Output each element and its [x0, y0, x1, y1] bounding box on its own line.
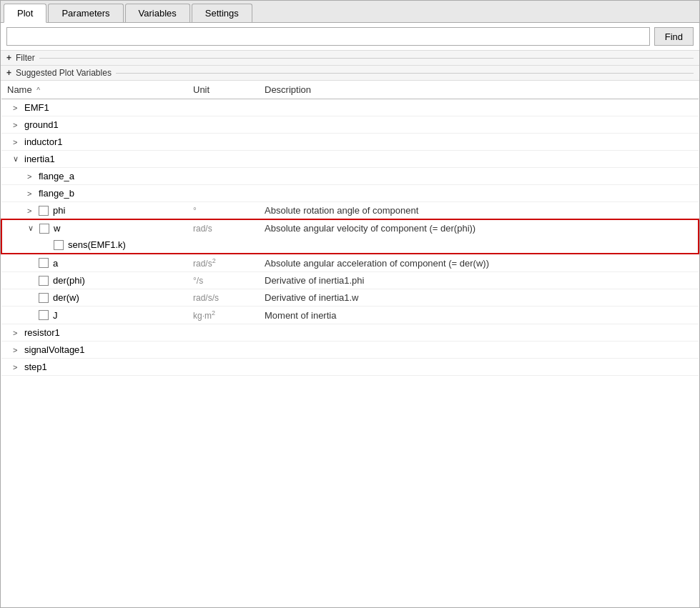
row-desc-cell: Absolute angular acceleration of compone… [259, 254, 699, 272]
filter-line [39, 58, 694, 59]
expand-arrow-icon[interactable]: > [13, 138, 21, 146]
tab-bar: Plot Parameters Variables Settings [1, 1, 699, 23]
col-header-unit: Unit [187, 81, 259, 99]
table-body: >EMF1 >ground1 >inductor1 ∨inertia1 >fla… [1, 99, 699, 376]
row-checkbox[interactable] [39, 293, 49, 303]
row-desc-cell: Absolute rotation angle of component [259, 202, 699, 220]
row-name-cell: >flange_b [1, 185, 187, 202]
table-row[interactable]: der(w) rad/s/s Derivative of inertia1.w [1, 289, 699, 307]
row-name-label: signalVoltage1 [24, 344, 85, 355]
row-unit-cell [187, 99, 259, 116]
row-desc-cell [259, 168, 699, 185]
find-button[interactable]: Find [654, 27, 694, 46]
table-row[interactable]: ∨inertia1 [1, 151, 699, 168]
col-header-description: Description [259, 81, 699, 99]
row-desc-cell: Absolute angular velocity of component (… [259, 219, 699, 236]
expand-arrow-icon[interactable]: > [13, 346, 21, 354]
row-name-label: flange_b [39, 188, 74, 199]
row-checkbox[interactable] [54, 240, 64, 250]
tab-parameters[interactable]: Parameters [48, 4, 123, 22]
tab-settings[interactable]: Settings [192, 4, 252, 22]
row-name-cell: der(w) [1, 289, 187, 307]
row-name-cell: der(phi) [1, 272, 187, 289]
expand-arrow-icon[interactable]: ∨ [13, 154, 21, 164]
col-header-name: Name ^ [1, 81, 187, 99]
row-unit-cell: rad/s/s [187, 289, 259, 307]
row-name-cell: ∨w [1, 219, 187, 236]
row-name-label: ground1 [24, 119, 59, 130]
expand-arrow-icon[interactable]: > [13, 104, 21, 112]
row-name-cell: J [1, 307, 187, 324]
row-unit-cell [187, 359, 259, 376]
variables-table-container: Name ^ Unit Description >EMF1 >ground1 >… [1, 81, 699, 607]
row-name-cell: >ground1 [1, 116, 187, 134]
row-checkbox[interactable] [39, 310, 49, 320]
row-name-cell: >step1 [1, 359, 187, 376]
row-name-label: sens(EMF1.k) [68, 239, 126, 250]
row-unit-cell [187, 236, 259, 254]
row-name-label: resistor1 [24, 327, 60, 338]
row-name-label: J [53, 310, 58, 321]
variables-table: Name ^ Unit Description >EMF1 >ground1 >… [1, 81, 699, 376]
table-row[interactable]: >phi ° Absolute rotation angle of compon… [1, 202, 699, 220]
row-name-cell: ∨inertia1 [1, 151, 187, 168]
expand-arrow-icon[interactable]: > [27, 172, 36, 181]
row-name-cell: >EMF1 [1, 99, 187, 116]
row-name-label: inertia1 [24, 154, 55, 164]
tab-variables[interactable]: Variables [125, 4, 190, 22]
row-desc-cell [259, 359, 699, 376]
filter-expand-icon: + [6, 53, 11, 63]
row-name-cell: >signalVoltage1 [1, 342, 187, 359]
tab-plot[interactable]: Plot [4, 4, 46, 23]
table-row[interactable]: >step1 [1, 359, 699, 376]
expand-arrow-icon[interactable]: > [13, 121, 21, 129]
sort-arrow-icon: ^ [36, 86, 40, 94]
row-unit-cell [187, 185, 259, 202]
table-row[interactable]: ∨w rad/s Absolute angular velocity of co… [1, 219, 699, 236]
row-checkbox[interactable] [39, 276, 49, 286]
search-input[interactable] [6, 27, 650, 46]
row-checkbox[interactable] [39, 224, 49, 234]
row-unit-cell [187, 168, 259, 185]
table-row[interactable]: J kg·m2 Moment of inertia [1, 307, 699, 324]
row-unit-cell: °/s [187, 272, 259, 289]
row-name-label: EMF1 [24, 102, 49, 113]
filter-section[interactable]: + Filter [1, 51, 699, 66]
row-desc-cell [259, 185, 699, 202]
table-row[interactable]: >flange_b [1, 185, 699, 202]
table-row[interactable]: a rad/s2 Absolute angular acceleration o… [1, 254, 699, 272]
expand-arrow-icon[interactable]: ∨ [28, 224, 36, 233]
row-name-cell: >inductor1 [1, 134, 187, 151]
table-row[interactable]: >ground1 [1, 116, 699, 134]
table-row[interactable]: sens(EMF1.k) [1, 236, 699, 254]
table-row[interactable]: >signalVoltage1 [1, 342, 699, 359]
suggested-section[interactable]: + Suggested Plot Variables [1, 66, 699, 81]
filter-label: Filter [16, 53, 35, 63]
row-checkbox[interactable] [39, 206, 49, 216]
row-name-label: inductor1 [24, 136, 62, 147]
table-row[interactable]: >inductor1 [1, 134, 699, 151]
row-unit-cell [187, 134, 259, 151]
row-name-label: a [53, 258, 58, 269]
expand-arrow-icon[interactable]: > [13, 363, 21, 372]
row-unit: rad/s [193, 224, 212, 234]
expand-arrow-icon[interactable]: > [13, 329, 21, 337]
expand-arrow-icon[interactable]: > [27, 206, 36, 215]
expand-arrow-icon[interactable]: > [27, 189, 36, 198]
table-row[interactable]: >flange_a [1, 168, 699, 185]
row-desc-cell [259, 151, 699, 168]
row-unit: rad/s2 [193, 259, 216, 269]
row-name-label: w [54, 223, 60, 234]
table-row[interactable]: >EMF1 [1, 99, 699, 116]
row-unit-cell: kg·m2 [187, 307, 259, 324]
row-desc-cell [259, 342, 699, 359]
row-name-label: phi [53, 205, 65, 216]
row-name-label: step1 [24, 362, 47, 372]
table-row[interactable]: der(phi) °/s Derivative of inertia1.phi [1, 272, 699, 289]
row-name-cell: >phi [1, 202, 187, 220]
row-desc-cell: Moment of inertia [259, 307, 699, 324]
row-unit-cell [187, 116, 259, 134]
table-row[interactable]: >resistor1 [1, 324, 699, 342]
row-checkbox[interactable] [39, 258, 49, 268]
main-window: Plot Parameters Variables Settings Find … [0, 0, 700, 608]
